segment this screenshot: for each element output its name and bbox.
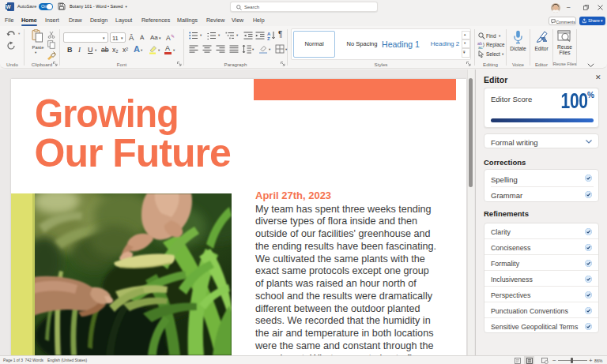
svg-text:Z: Z — [267, 36, 270, 41]
svg-text:W: W — [6, 4, 11, 9]
svg-text:ac: ac — [478, 45, 483, 50]
